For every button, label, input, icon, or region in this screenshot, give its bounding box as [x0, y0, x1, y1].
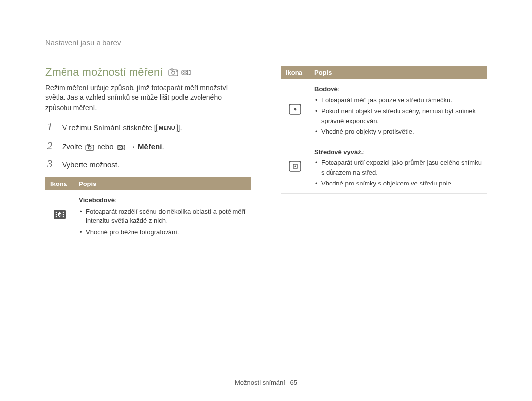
metering-multi-icon: [45, 190, 74, 242]
svg-point-19: [56, 216, 57, 218]
table-header-desc: Popis: [309, 66, 487, 79]
bullet-item: Vhodné pro snímky s objektem ve středu p…: [314, 179, 482, 188]
breadcrumb: Nastavení jasu a barev: [45, 38, 487, 52]
step-text-fragment: Zvolte: [62, 142, 84, 151]
intro-paragraph: Režim měření určuje způsob, jímž fotoapa…: [45, 83, 242, 113]
svg-point-14: [56, 212, 57, 213]
svg-point-11: [118, 146, 120, 148]
content-columns: Změna možností měření P: [45, 66, 487, 242]
svg-point-12: [120, 146, 122, 148]
step-text-fragment: →: [127, 142, 138, 151]
svg-point-16: [63, 212, 64, 213]
bullet-item: Pokud není objekt ve středu scény, nemus…: [314, 106, 482, 125]
table-row: Bodové: Fotoaparát měří jas pouze ve stř…: [281, 79, 487, 142]
right-column: Ikona Popis: [281, 66, 487, 242]
table-desc-cell: Středově vyváž.: Fotoaparát určí expozic…: [309, 142, 487, 193]
footer-section: Možnosti snímání: [235, 379, 285, 386]
step-1: 1 V režimu Snímání stiskněte [MENU].: [45, 122, 251, 133]
bullet-item: Fotoaparát rozdělí scénu do několika obl…: [79, 207, 246, 226]
row-bullets: Fotoaparát určí expozici jako průměr jas…: [314, 158, 482, 188]
video-icon: [181, 68, 191, 76]
svg-point-21: [63, 216, 64, 218]
row-bullets: Fotoaparát měří jas pouze ve středu ráme…: [314, 95, 482, 137]
svg-text:P: P: [176, 70, 178, 73]
svg-point-23: [59, 214, 60, 215]
table-desc-cell: Vícebodové: Fotoaparát rozdělí scénu do …: [74, 190, 251, 242]
video-icon: [117, 144, 126, 151]
svg-point-17: [56, 214, 57, 216]
svg-point-28: [294, 165, 296, 167]
step-text-bold: Měření: [138, 142, 162, 151]
table-header-icon: Ikona: [281, 66, 309, 79]
step-3: 3 Vyberte možnost.: [45, 158, 251, 170]
step-text: V režimu Snímání stiskněte [MENU].: [62, 122, 182, 133]
table-header-icon: Ikona: [45, 177, 74, 190]
step-2: 2 Zvolte nebo → Měření.: [45, 140, 251, 152]
svg-point-18: [63, 214, 64, 216]
bullet-item: Vhodné pro běžné fotografování.: [79, 227, 246, 237]
svg-point-20: [59, 216, 61, 218]
svg-point-9: [88, 146, 91, 149]
svg-point-6: [185, 72, 187, 74]
bullet-item: Fotoaparát určí expozici jako průměr jas…: [314, 158, 482, 177]
section-heading: Změna možností měření P: [45, 66, 251, 79]
heading-text: Změna možností měření: [45, 66, 163, 79]
metering-spot-icon: [281, 79, 309, 142]
camera-p-icon: P: [168, 68, 178, 76]
page: Nastavení jasu a barev Změna možností mě…: [0, 0, 532, 401]
mode-icons-group: P: [168, 68, 191, 76]
row-bullets: Fotoaparát rozdělí scénu do několika obl…: [79, 207, 246, 237]
svg-point-25: [294, 108, 297, 110]
table-row: Vícebodové: Fotoaparát rozdělí scénu do …: [45, 190, 251, 242]
metering-table-left: Ikona Popis: [45, 177, 251, 242]
metering-table-right: Ikona Popis: [281, 66, 487, 194]
svg-point-15: [59, 212, 61, 213]
step-text-fragment: nebo: [95, 142, 116, 151]
bullet-item: Vhodné pro objekty v protisvětle.: [314, 127, 482, 137]
svg-point-5: [183, 72, 185, 74]
table-header-desc: Popis: [74, 177, 251, 190]
page-footer: Možnosti snímání 65: [0, 379, 532, 386]
row-title: Vícebodové: [79, 196, 115, 204]
row-title: Bodové: [314, 85, 338, 93]
step-number: 2: [45, 140, 54, 151]
steps-list: 1 V režimu Snímání stiskněte [MENU]. 2 Z…: [45, 122, 251, 170]
bullet-item: Fotoaparát měří jas pouze ve středu ráme…: [314, 95, 482, 105]
svg-point-2: [172, 71, 175, 74]
step-text: Zvolte nebo → Měření.: [62, 140, 164, 152]
left-column: Změna možností měření P: [45, 66, 251, 242]
step-text-fragment: V režimu Snímání stiskněte [: [62, 123, 156, 132]
row-title: Středově vyváž.: [314, 148, 363, 155]
svg-rect-7: [86, 145, 94, 150]
step-text-fragment: .: [162, 142, 164, 151]
step-text: Vyberte možnost.: [62, 158, 119, 170]
metering-center-icon: [281, 142, 309, 193]
step-number: 1: [45, 122, 54, 132]
page-number: 65: [290, 379, 297, 386]
menu-button-label: MENU: [156, 124, 178, 132]
table-row: Středově vyváž.: Fotoaparát určí expozic…: [281, 142, 487, 193]
step-number: 3: [45, 158, 54, 169]
camera-icon: [85, 144, 94, 151]
step-text-fragment: ].: [178, 123, 182, 132]
table-desc-cell: Bodové: Fotoaparát měří jas pouze ve stř…: [309, 79, 487, 142]
